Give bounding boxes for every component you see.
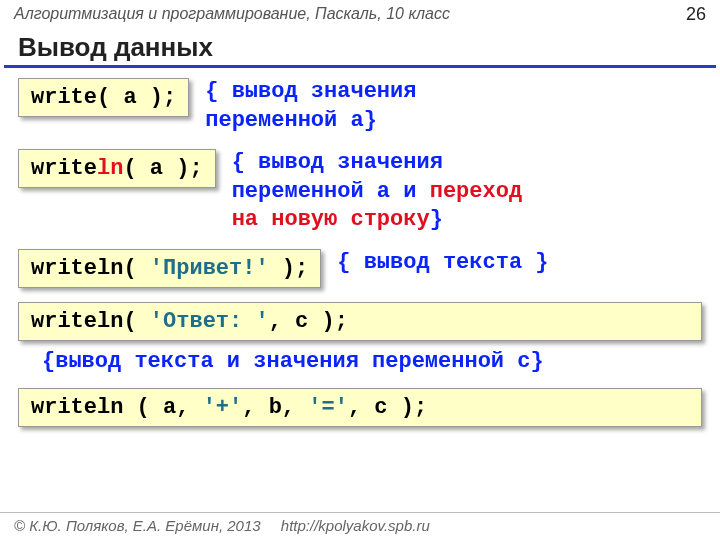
explain-1: { вывод значения переменной a}	[205, 78, 416, 135]
explain-2-l2: переменной a и переход	[232, 178, 522, 207]
explain-2-l1: { вывод значения	[232, 149, 522, 178]
explain-3: { вывод текста }	[337, 249, 548, 278]
code-write: write( a );	[18, 78, 189, 117]
code-writeln-expr: writeln ( a, '+', b, '=', c );	[18, 388, 702, 427]
page-number: 26	[686, 4, 706, 25]
explain-1-l1: { вывод значения	[205, 78, 416, 107]
content-area: write( a ); { вывод значения переменной …	[0, 78, 720, 427]
slide-header: Алгоритмизация и программирование, Паска…	[0, 0, 720, 28]
footer-url: http://kpolyakov.spb.ru	[281, 517, 430, 534]
example-5: writeln ( a, '+', b, '=', c );	[18, 388, 702, 427]
explain-2-l3: на новую строку}	[232, 206, 522, 235]
slide-footer: © К.Ю. Поляков, Е.А. Ерёмин, 2013 http:/…	[0, 512, 720, 540]
copyright: © К.Ю. Поляков, Е.А. Ерёмин, 2013	[14, 517, 261, 534]
example-3: writeln( 'Привет!' ); { вывод текста }	[18, 249, 702, 288]
title-rule	[4, 65, 716, 68]
page-title: Вывод данных	[0, 28, 720, 65]
code-writeln-answer: writeln( 'Ответ: ', c );	[18, 302, 702, 341]
code-writeln-string: writeln( 'Привет!' );	[18, 249, 321, 288]
example-1: write( a ); { вывод значения переменной …	[18, 78, 702, 135]
explain-2: { вывод значения переменной a и переход …	[232, 149, 522, 235]
subject-line: Алгоритмизация и программирование, Паска…	[14, 5, 450, 23]
explain-1-l2: переменной a}	[205, 107, 416, 136]
explain-4: {вывод текста и значения переменной c}	[42, 349, 702, 374]
code-writeln-a: writeln( a );	[18, 149, 216, 188]
example-2: writeln( a ); { вывод значения переменно…	[18, 149, 702, 235]
example-4: writeln( 'Ответ: ', c ); {вывод текста и…	[18, 302, 702, 374]
